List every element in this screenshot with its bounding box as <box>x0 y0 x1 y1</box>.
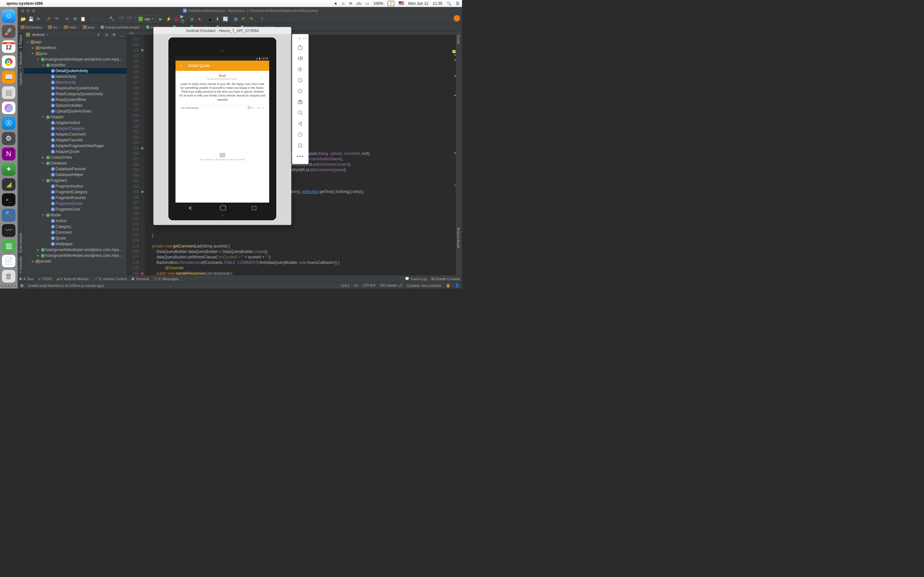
editor-minimap[interactable] <box>452 50 456 283</box>
nav-back-icon[interactable] <box>188 206 194 210</box>
dock-ibooks[interactable]: 📖 <box>2 71 15 84</box>
sidetab-android-model[interactable]: Android Model <box>456 226 461 250</box>
back-arrow-icon[interactable]: ← <box>179 63 184 69</box>
apply-icon[interactable]: ⚡ <box>165 15 172 23</box>
tree-row[interactable]: CSplashActivities <box>24 103 126 108</box>
status-inspect-icon[interactable]: 👤 <box>455 284 459 287</box>
share-icon[interactable]: < <box>262 106 264 109</box>
tree-row[interactable]: ▼app <box>24 39 126 45</box>
tree-row[interactable]: CDatabaseHelper <box>24 172 126 177</box>
tree-row[interactable]: CQuote <box>24 235 126 241</box>
tree-row[interactable]: ▶hoangvuanhdeveloper.wordpress.com.myq… <box>24 247 126 253</box>
nav-home-icon[interactable] <box>220 206 226 210</box>
sidetab-gradle[interactable]: Gradle <box>456 33 461 46</box>
tree-row[interactable]: CReadCategoryQuoteActivity <box>24 91 126 97</box>
tree-row[interactable]: ▼hoangvuanhdeveloper.wordpress.com.myq… <box>24 56 126 62</box>
ide-user-avatar[interactable] <box>454 15 460 21</box>
dock-android[interactable]: ▥ <box>2 239 15 252</box>
emu-back-icon[interactable] <box>294 118 306 129</box>
sidetab-favorites[interactable]: 2: Favorites <box>18 255 23 275</box>
zoom-traffic-light[interactable] <box>32 9 35 13</box>
spotlight-icon[interactable]: 🔍 <box>447 1 451 6</box>
bc-item[interactable]: src <box>47 25 59 29</box>
status-lock-icon[interactable]: 🔒 <box>446 284 451 287</box>
tree-row[interactable]: CUploadQuoteActivies <box>24 108 126 114</box>
copy-icon[interactable]: ⧉ <box>71 15 79 23</box>
wifi-icon[interactable] <box>357 2 361 5</box>
project-scroll-icon[interactable]: ⊙ <box>95 32 102 37</box>
bc-item[interactable]: hoangvuanhdeveloper <box>99 25 141 29</box>
redo-icon[interactable]: ↷ <box>53 15 60 23</box>
flag-icon[interactable] <box>399 1 404 5</box>
emu-volume-up-icon[interactable] <box>294 53 306 64</box>
emu-rotate-right-icon[interactable] <box>294 85 306 97</box>
dock-app[interactable]: ▤ <box>2 86 15 99</box>
tree-row[interactable]: CDatabaseFavorite <box>24 166 126 172</box>
status-encoding[interactable]: UTF-8≑ <box>363 284 375 287</box>
dock-terminal[interactable]: >_ <box>2 193 15 206</box>
bottom-run[interactable]: ▶ 4: Run <box>19 277 34 281</box>
tree-row[interactable]: CAdapterCategory <box>24 126 126 131</box>
profile-icon[interactable]: ▶⏱ <box>180 15 187 23</box>
tree-row[interactable]: CAdapterQuote <box>24 149 126 155</box>
tree-row[interactable]: CAdapterAuthor <box>24 120 126 126</box>
emu-overview-icon[interactable] <box>294 140 306 151</box>
paste-icon[interactable]: 📋 <box>79 15 86 23</box>
undo-icon[interactable]: ↶ <box>45 15 53 23</box>
tree-row[interactable]: CMainActivity <box>24 79 126 85</box>
open-icon[interactable]: 📂 <box>19 15 27 23</box>
stop-icon[interactable]: ■ <box>196 15 203 23</box>
sidetab-captures[interactable]: Captures <box>18 71 23 87</box>
tree-row[interactable]: CWallpaper <box>24 241 126 247</box>
sdk-icon[interactable]: ⬇ <box>214 15 221 23</box>
emu-close-icon[interactable]: × <box>298 36 300 41</box>
dock-textedit[interactable]: 📄 <box>2 255 15 268</box>
tree-row[interactable]: CComment <box>24 229 126 235</box>
dock-androidstudio[interactable]: ◢ <box>2 178 15 191</box>
tree-row[interactable]: ▼java <box>24 51 126 56</box>
bc-item[interactable]: java <box>82 25 95 29</box>
nav-overview-icon[interactable] <box>252 206 256 210</box>
status-context[interactable]: Context: <no context> <box>407 284 441 287</box>
tree-row[interactable]: CFragmentQuote <box>24 201 126 206</box>
status-line-sep[interactable]: LF <box>354 284 358 287</box>
tree-row[interactable]: CHelloActivity <box>24 74 126 79</box>
bottom-messages[interactable]: ⓘ 0: Messages <box>153 276 178 281</box>
display-icon[interactable]: ▭ <box>365 1 369 6</box>
tree-row[interactable]: CAdapterFragmentViewPager <box>24 143 126 149</box>
emu-screenshot-icon[interactable] <box>294 97 306 107</box>
tree-row[interactable]: ▶hoangvuanhdeveloper.wordpress.com.myq… <box>24 253 126 258</box>
tree-row[interactable]: ▶assets <box>24 258 126 264</box>
sync-gradle-icon[interactable]: 🔄 <box>222 15 229 23</box>
tree-row[interactable]: CReadQuoteOffline <box>24 97 126 103</box>
fwd-nav-icon[interactable]: → <box>97 15 105 23</box>
tree-row[interactable]: ▼Activities <box>24 62 126 68</box>
dock-itunes[interactable]: ♫ <box>2 102 15 114</box>
avd-icon[interactable]: 📱 <box>206 15 213 23</box>
tree-row[interactable]: ▶CustomView <box>24 155 126 160</box>
menu-icon[interactable]: ☰ <box>456 1 459 6</box>
tree-row[interactable]: CAuthor <box>24 218 126 224</box>
emu-home-icon[interactable] <box>294 129 306 140</box>
back-nav-icon[interactable]: ← <box>90 15 97 23</box>
structure-icon[interactable]: ⊞ <box>232 15 239 23</box>
dock-calendar[interactable]: JUN12 <box>2 40 15 53</box>
vcs-undo-icon[interactable]: ↶ <box>240 15 247 23</box>
bottom-gradle-console[interactable]: ▤ Gradle Console <box>431 277 460 281</box>
emu-rotate-left-icon[interactable] <box>294 75 306 85</box>
cut-icon[interactable]: ✂ <box>64 15 71 23</box>
project-collapse-icon[interactable]: ⇲ <box>103 32 109 37</box>
tree-row[interactable]: CAdapterComment <box>24 131 126 137</box>
attach-icon[interactable]: ⇲ <box>188 15 195 23</box>
tree-row[interactable]: CFragmentFavorite <box>24 195 126 201</box>
bc-item[interactable]: main <box>63 25 78 29</box>
dock-settings[interactable]: ⚙ <box>2 132 15 145</box>
refresh-icon[interactable]: ⟳ <box>35 15 42 23</box>
emu-power-icon[interactable] <box>294 42 306 53</box>
emu-minimize-icon[interactable]: — <box>302 36 306 41</box>
debug-icon[interactable]: 🐞 <box>173 15 180 23</box>
project-settings-icon[interactable]: ⚙ <box>111 32 117 37</box>
tree-row[interactable]: ▼Fragment <box>24 177 126 183</box>
dock-xcode[interactable]: 🔨 <box>2 209 15 221</box>
bottom-version-control[interactable]: ⎇ 9: Version Control <box>94 277 127 281</box>
